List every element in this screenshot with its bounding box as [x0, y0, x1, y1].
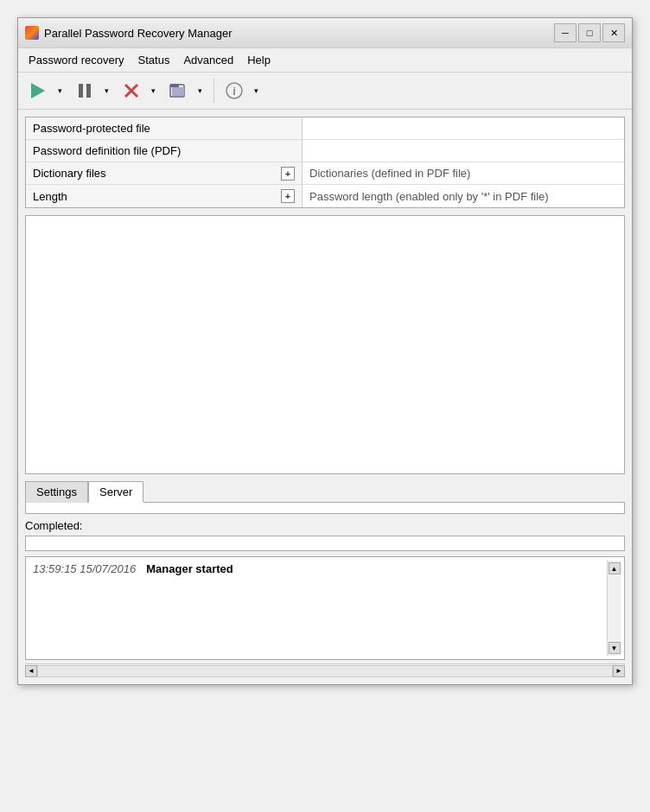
info-button[interactable]: i	[220, 76, 249, 105]
toolbar-separator	[213, 79, 214, 103]
prop-value-pdf[interactable]	[303, 140, 624, 162]
progress-bar	[25, 536, 625, 551]
properties-panel: Password-protected file Password definit…	[25, 117, 625, 208]
svg-rect-1	[79, 84, 83, 98]
vertical-scrollbar[interactable]: ▲ ▼	[607, 561, 621, 656]
svg-rect-7	[172, 87, 184, 96]
info-dropdown[interactable]: ▾	[249, 76, 263, 105]
prop-label-pdf: Password definition file (PDF)	[26, 140, 303, 162]
pause-button[interactable]	[70, 76, 99, 105]
main-window: Parallel Password Recovery Manager ─ □ ✕…	[17, 17, 633, 685]
maximize-button[interactable]: □	[578, 23, 601, 42]
log-area: 13:59:15 15/07/2016 Manager started ▲ ▼	[25, 556, 625, 660]
completed-area: Completed:	[25, 519, 625, 551]
log-message: Manager started	[146, 562, 233, 575]
menu-help[interactable]: Help	[240, 51, 277, 69]
start-dropdown[interactable]: ▾	[53, 76, 67, 105]
open-button[interactable]	[163, 76, 193, 105]
dictionary-expand-button[interactable]: +	[281, 167, 295, 181]
start-icon	[28, 80, 48, 101]
prop-row-password-file: Password-protected file	[26, 117, 624, 140]
svg-marker-0	[31, 83, 45, 98]
svg-text:i: i	[233, 85, 236, 98]
title-bar-left: Parallel Password Recovery Manager	[25, 26, 232, 40]
info-icon: i	[225, 81, 244, 100]
close-button[interactable]: ✕	[602, 23, 625, 42]
window-title: Parallel Password Recovery Manager	[44, 27, 232, 40]
log-content: 13:59:15 15/07/2016 Manager started	[29, 561, 607, 656]
tab-settings[interactable]: Settings	[25, 481, 88, 503]
prop-label-length: Length +	[26, 185, 303, 207]
tab-server[interactable]: Server	[88, 481, 143, 503]
completed-label: Completed:	[25, 519, 625, 532]
pause-dropdown[interactable]: ▾	[99, 76, 113, 105]
menu-password-recovery[interactable]: Password recovery	[22, 51, 131, 69]
length-expand-button[interactable]: +	[281, 189, 295, 203]
scroll-up-arrow[interactable]: ▲	[609, 562, 621, 574]
svg-rect-2	[86, 84, 91, 98]
prop-row-dictionary: Dictionary files + Dictionaries (defined…	[26, 162, 624, 185]
prop-row-pdf: Password definition file (PDF)	[26, 140, 624, 162]
scroll-right-arrow[interactable]: ►	[613, 665, 625, 677]
minimize-button[interactable]: ─	[554, 23, 577, 42]
stop-dropdown[interactable]: ▾	[146, 76, 160, 105]
prop-row-length: Length + Password length (enabled only b…	[26, 185, 624, 207]
stop-icon	[122, 81, 141, 100]
prop-label-password-file: Password-protected file	[26, 117, 303, 139]
title-bar: Parallel Password Recovery Manager ─ □ ✕	[18, 18, 632, 48]
toolbar-info-group: i ▾	[220, 76, 263, 105]
title-bar-controls: ─ □ ✕	[554, 23, 625, 42]
toolbar-open-group: ▾	[163, 76, 207, 105]
scroll-down-arrow[interactable]: ▼	[609, 642, 621, 654]
menu-status[interactable]: Status	[131, 51, 177, 69]
svg-rect-6	[170, 84, 179, 87]
log-timestamp: 13:59:15 15/07/2016	[33, 562, 136, 575]
horizontal-scrollbar[interactable]: ◄ ►	[25, 663, 625, 677]
prop-value-length: Password length (enabled only by '*' in …	[303, 185, 624, 207]
open-icon	[169, 81, 188, 100]
menu-bar: Password recovery Status Advanced Help	[18, 48, 632, 73]
menu-advanced[interactable]: Advanced	[176, 51, 240, 69]
app-logo-icon	[25, 26, 39, 40]
scroll-left-arrow[interactable]: ◄	[25, 665, 37, 677]
prop-value-password-file[interactable]	[303, 117, 624, 139]
log-entry: 13:59:15 15/07/2016 Manager started	[29, 561, 607, 577]
main-content: Password-protected file Password definit…	[18, 110, 632, 684]
toolbar-stop-group: ▾	[117, 76, 160, 105]
stop-button[interactable]	[117, 76, 146, 105]
tab-content	[25, 502, 625, 514]
toolbar: ▾ ▾ ▾	[18, 73, 632, 110]
prop-label-dictionary: Dictionary files +	[26, 162, 303, 184]
open-dropdown[interactable]: ▾	[193, 76, 207, 105]
start-button[interactable]	[23, 76, 53, 105]
tabs: Settings Server	[25, 481, 625, 503]
main-area	[25, 215, 625, 474]
tabs-area: Settings Server	[25, 481, 625, 514]
toolbar-pause-group: ▾	[70, 76, 113, 105]
toolbar-start-group: ▾	[23, 76, 67, 105]
prop-value-dictionary: Dictionaries (defined in PDF file)	[303, 162, 624, 184]
h-scroll-track[interactable]	[37, 665, 613, 677]
pause-icon	[75, 81, 94, 100]
